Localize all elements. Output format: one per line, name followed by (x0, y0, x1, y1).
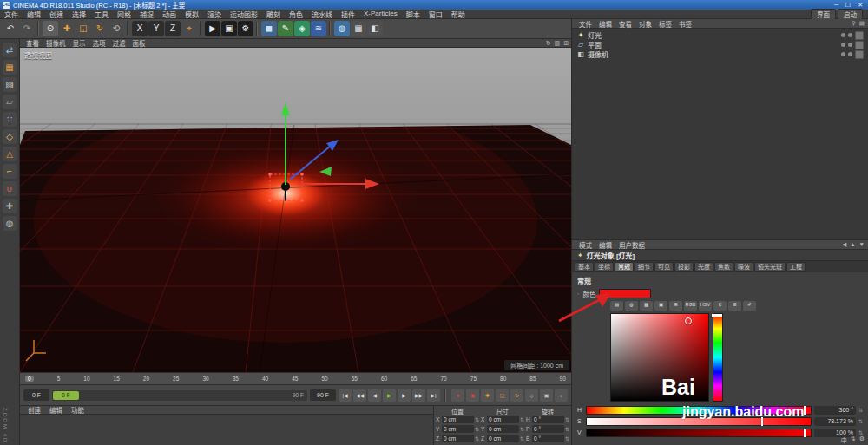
kelvin-mode-icon[interactable]: K (713, 301, 727, 311)
object-label[interactable]: 灯光 (588, 30, 602, 40)
menu-item[interactable]: 运动图形 (226, 10, 262, 19)
goto-end-button[interactable]: ▶| (427, 389, 440, 402)
hue-strip[interactable] (713, 313, 723, 402)
attribute-tab[interactable]: 细节 (635, 262, 654, 272)
deformer-icon[interactable]: ≋ (311, 21, 326, 36)
axis-mode-icon[interactable]: ⌐ (3, 164, 17, 179)
keyframe-rotation-button[interactable]: ↻ (510, 389, 523, 402)
material-menu-item[interactable]: 编辑 (45, 405, 67, 415)
stepper-icon[interactable]: ⇅ (565, 435, 569, 442)
rgb-mode-icon[interactable]: RGB (684, 301, 697, 311)
object-tag-icon[interactable] (855, 50, 864, 59)
render-settings-icon[interactable]: ⚙ (238, 21, 253, 36)
model-mode-icon[interactable]: ▦ (3, 60, 17, 75)
status-icon[interactable]: 中 (841, 435, 847, 444)
environment-icon[interactable]: ◍ (334, 21, 350, 36)
hue-handle[interactable] (712, 314, 722, 317)
menu-item[interactable]: 网格 (113, 10, 135, 19)
keyframe-scale-button[interactable]: ◱ (496, 389, 509, 402)
keyframe-position-button[interactable]: ✚ (481, 389, 494, 402)
object-row[interactable]: ✦灯光 (572, 30, 868, 40)
stepper-icon[interactable]: ⇅ (520, 416, 524, 422)
slider-handle[interactable] (804, 406, 806, 415)
coordinate-value-field[interactable]: 0 ° (532, 425, 564, 433)
workplane-mode-icon[interactable]: ▱ (3, 95, 17, 109)
prev-key-button[interactable]: ◀◀ (353, 389, 366, 402)
material-menu-item[interactable]: 创建 (23, 405, 45, 415)
attribute-corner-icon[interactable]: ▲ (850, 241, 855, 248)
polygons-mode-icon[interactable]: △ (3, 147, 17, 161)
attribute-tab[interactable]: 投影 (674, 262, 694, 272)
stepper-icon[interactable]: ⇅ (565, 416, 569, 422)
stepper-icon[interactable]: ⇅ (858, 429, 863, 435)
attribute-tab[interactable]: 焦散 (714, 262, 733, 272)
coordinate-system-icon[interactable]: ⌖ (181, 21, 197, 36)
viewport-corner-icon[interactable]: ▥ (555, 40, 561, 47)
val-slider-track[interactable] (586, 429, 812, 437)
eyedropper-icon[interactable]: ✐ (743, 301, 756, 311)
viewport-menu-item[interactable]: 查看 (23, 38, 43, 48)
menu-item[interactable]: 角色 (285, 10, 307, 19)
redo-icon[interactable]: ↷ (19, 21, 35, 36)
coordinate-value-field[interactable]: 0 cm (442, 425, 474, 433)
slider-value-field[interactable]: 360 ° (814, 406, 856, 415)
viewport-canvas[interactable] (20, 48, 571, 372)
stepper-icon[interactable]: ⇅ (520, 426, 524, 432)
object-manager-corner-icon[interactable]: ▤ (859, 20, 865, 27)
scale-tool-icon[interactable]: ◱ (76, 21, 91, 36)
layout-selector[interactable]: 界面 (811, 9, 836, 20)
menu-item[interactable]: 流水线 (307, 10, 337, 19)
menu-item[interactable]: 选择 (68, 10, 90, 19)
swatch-mode-icon[interactable]: ⊞ (669, 301, 682, 311)
viewport-menu-item[interactable]: 面板 (129, 38, 149, 48)
timeline-frame-label[interactable]: 65 (411, 376, 417, 382)
color-cursor[interactable] (685, 317, 692, 324)
attribute-tab[interactable]: 光度 (694, 262, 713, 272)
menu-item[interactable]: 动画 (158, 10, 181, 19)
spectrum-mode-icon[interactable]: ▩ (640, 301, 653, 311)
lock-x-axis-icon[interactable]: X (132, 21, 148, 36)
goto-start-button[interactable]: |◀ (339, 389, 352, 402)
live-selection-icon[interactable]: ⊙ (43, 21, 58, 36)
stepper-icon[interactable]: ⇅ (475, 435, 479, 442)
object-manager-menu-item[interactable]: 查看 (615, 19, 635, 29)
timeline-frame-label[interactable]: 30 (202, 376, 208, 382)
keyframe-pla-button[interactable]: ▣ (540, 389, 553, 402)
window-control-button[interactable]: ☐ (845, 2, 851, 9)
play-button[interactable]: ▶ (383, 389, 396, 402)
lock-z-axis-icon[interactable]: Z (165, 21, 181, 36)
menu-item[interactable]: 创建 (45, 10, 68, 19)
timeline-frame-label[interactable]: 20 (143, 376, 149, 382)
image-mode-icon[interactable]: ▣ (654, 301, 667, 311)
menu-item[interactable]: 雕刻 (262, 10, 285, 19)
stepper-icon[interactable]: ⇅ (475, 416, 479, 422)
object-row[interactable]: ▱平面 (572, 40, 868, 49)
menu-item[interactable]: X-Particles (359, 10, 402, 19)
display-mode-icon[interactable]: ◧ (367, 21, 383, 36)
stepper-icon[interactable]: ⇅ (565, 426, 569, 432)
menu-item[interactable]: 工具 (90, 10, 113, 19)
visibility-dot[interactable] (848, 43, 852, 47)
timeline-frame-label[interactable]: 50 (321, 376, 327, 382)
record-button[interactable]: ● (451, 389, 464, 402)
visibility-dot[interactable] (841, 52, 845, 56)
layout-selector[interactable]: 启动 (838, 9, 863, 20)
slider-value-field[interactable]: 78.173 % (814, 417, 856, 426)
timeline-frame-label[interactable]: 5 (57, 376, 61, 382)
mixer-mode-icon[interactable]: ≣ (728, 301, 741, 311)
viewport-corner-icon[interactable]: ⊞ (563, 40, 569, 47)
primitive-cube-icon[interactable]: ◼ (261, 21, 277, 36)
last-tool-icon[interactable]: ⟲ (108, 21, 124, 36)
timeline-frame-label[interactable]: 40 (262, 376, 268, 382)
timeline-frame-label[interactable]: 10 (83, 376, 89, 382)
object-tag-icon[interactable] (855, 41, 864, 49)
object-label[interactable]: 摄像机 (588, 49, 608, 59)
stepper-icon[interactable]: ⇅ (858, 418, 863, 424)
coordinate-value-field[interactable]: 0 cm (487, 425, 519, 433)
stepper-icon[interactable]: ⇅ (520, 435, 524, 442)
timeline-frame-label[interactable]: 75 (470, 376, 477, 382)
end-frame-field[interactable]: 90 F (310, 389, 336, 401)
window-control-button[interactable]: ─ (834, 2, 838, 9)
viewport-menu-item[interactable]: 选项 (89, 38, 109, 48)
menu-item[interactable]: 编辑 (23, 10, 45, 19)
